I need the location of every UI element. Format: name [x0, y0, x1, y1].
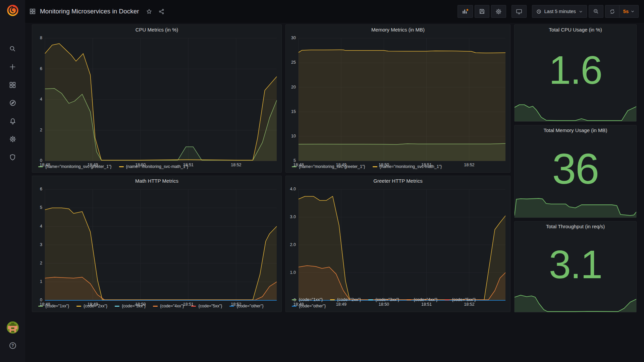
- legend-item[interactable]: {code="2xx"}: [330, 297, 361, 302]
- stat-value: 1.6: [515, 44, 636, 96]
- dashboards-icon[interactable]: [0, 76, 25, 94]
- series-label: {name="monitoring_svc-math_1"}: [380, 164, 442, 169]
- chevron-down-icon: [631, 9, 635, 13]
- series-label: {code="2xx"}: [84, 304, 107, 308]
- sparkline-svg: [515, 95, 636, 121]
- add-panel-button[interactable]: [458, 5, 473, 18]
- star-icon[interactable]: [145, 7, 154, 16]
- svg-text:25: 25: [291, 60, 296, 65]
- user-avatar[interactable]: [0, 318, 25, 337]
- chart-svg: 18:4818:4918:5018:5118:5251015202530: [286, 35, 510, 168]
- sparkline-area: [515, 105, 636, 121]
- series-area: [45, 277, 277, 300]
- sparkline-svg: [515, 192, 636, 218]
- svg-text:4: 4: [40, 224, 42, 229]
- refresh-interval-label: 5s: [623, 9, 629, 14]
- legend-item[interactable]: {code="4xx"}: [407, 297, 437, 302]
- series-area: [299, 266, 505, 300]
- panel-total-throughput: Total Throughput (in req/s) 3.1: [514, 221, 637, 312]
- panel-title[interactable]: Total Throughput (in req/s): [515, 222, 636, 232]
- configuration-gear-icon[interactable]: [0, 130, 25, 148]
- chart-svg: 18:4818:4918:5018:5118:5201.02.03.04.0: [286, 186, 510, 308]
- legend-item[interactable]: {code="1xx"}: [292, 297, 323, 302]
- svg-text:3: 3: [40, 242, 42, 247]
- legend-item[interactable]: {code="5xx"}: [445, 297, 476, 302]
- series-color-mark: [292, 166, 297, 167]
- panel-title[interactable]: Memory Metrics (in MB): [286, 25, 510, 35]
- legend-item[interactable]: {code="3xx"}: [115, 304, 146, 308]
- panel-title[interactable]: CPU Metrics (in %): [32, 25, 281, 35]
- chart-canvas[interactable]: 18:4818:4918:5018:5118:520123456: [32, 186, 281, 303]
- chart-canvas[interactable]: 18:4818:4918:5018:5118:5202468: [32, 35, 281, 164]
- svg-text:6: 6: [40, 66, 42, 71]
- dashboard-header: Monitoring Microservices in Docker Last …: [25, 0, 644, 23]
- series-label: {code="1xx"}: [299, 297, 323, 302]
- refresh-interval-dropdown[interactable]: 5s: [619, 5, 638, 17]
- svg-text:5: 5: [293, 158, 296, 163]
- panel-title[interactable]: Total CPU Usage (in %): [515, 25, 636, 35]
- panel-title[interactable]: Greeter HTTP Metrics: [286, 176, 510, 186]
- series-color-mark: [292, 299, 297, 300]
- svg-text:10: 10: [291, 134, 296, 138]
- series-color-mark: [445, 299, 449, 300]
- legend-item[interactable]: {code="other"}: [292, 304, 326, 308]
- tv-cycle-button[interactable]: [512, 5, 527, 18]
- series-label: {code="5xx"}: [452, 297, 476, 302]
- legend-item[interactable]: {code="4xx"}: [153, 304, 184, 308]
- search-icon[interactable]: [0, 40, 25, 58]
- series-color-mark: [407, 299, 411, 300]
- legend-item[interactable]: {code="3xx"}: [368, 297, 399, 302]
- alerting-bell-icon[interactable]: [0, 112, 25, 130]
- chart-canvas[interactable]: 18:4818:4918:5018:5118:5201.02.03.04.0: [286, 186, 510, 297]
- explore-compass-icon[interactable]: [0, 94, 25, 112]
- zoom-out-button[interactable]: [589, 5, 603, 18]
- series-color-mark: [115, 306, 119, 307]
- series-color-mark: [229, 306, 234, 307]
- panel-math-http-metrics: Math HTTP Metrics 18:4818:4918:5018:5118…: [32, 176, 282, 312]
- series-color-mark: [330, 299, 335, 300]
- refresh-icon[interactable]: [605, 5, 619, 17]
- panel-greeter-http-metrics: Greeter HTTP Metrics 18:4818:4918:5018:5…: [285, 176, 511, 312]
- legend-item[interactable]: {name="monitoring_svc-math_1"}: [119, 164, 189, 169]
- dashboard-settings-button[interactable]: [491, 5, 506, 18]
- series-label: {name="monitoring_svc-math_1"}: [126, 164, 189, 169]
- legend-item[interactable]: {code="2xx"}: [76, 304, 107, 308]
- time-range-picker[interactable]: Last 5 minutes: [532, 5, 587, 18]
- page-title: Monitoring Microservices in Docker: [40, 8, 139, 15]
- save-dashboard-button[interactable]: [475, 5, 489, 18]
- plus-icon[interactable]: [0, 58, 25, 76]
- series-label: {name="monitoring_svc-greeter_1"}: [299, 164, 365, 169]
- legend-item[interactable]: {name="monitoring_svc-math_1"}: [373, 164, 442, 169]
- svg-text:2: 2: [40, 128, 42, 132]
- legend-item[interactable]: {code="5xx"}: [191, 304, 222, 308]
- series-label: {code="4xx"}: [160, 304, 184, 308]
- panel-memory-metrics: Memory Metrics (in MB) 18:4818:4918:5018…: [285, 24, 511, 173]
- svg-text:2.0: 2.0: [290, 242, 296, 247]
- grafana-logo[interactable]: [0, 0, 25, 21]
- series-label: {code="1xx"}: [45, 304, 69, 308]
- svg-text:5: 5: [40, 205, 42, 210]
- legend-item[interactable]: {code="1xx"}: [38, 304, 69, 308]
- sparkline: [515, 95, 636, 121]
- series-label: {name="monitoring_svc-greeter_1"}: [45, 164, 112, 169]
- chart-canvas[interactable]: 18:4818:4918:5018:5118:5251015202530: [286, 35, 510, 164]
- sparkline-svg: [515, 287, 636, 312]
- legend-item[interactable]: {code="other"}: [229, 304, 263, 308]
- side-menu: ?: [0, 0, 25, 362]
- server-admin-shield-icon[interactable]: [0, 148, 25, 166]
- series-color-mark: [373, 166, 377, 167]
- panel-title[interactable]: Math HTTP Metrics: [32, 176, 281, 186]
- svg-text:?: ?: [11, 343, 14, 348]
- chart-svg: 18:4818:4918:5018:5118:5202468: [32, 35, 281, 168]
- chart-svg: 18:4818:4918:5018:5118:520123456: [32, 186, 281, 308]
- panel-title[interactable]: Total Memory Usage (in MB): [515, 125, 636, 135]
- time-range-label: Last 5 minutes: [544, 9, 576, 14]
- series-label: {code="3xx"}: [375, 297, 399, 302]
- help-icon[interactable]: ?: [0, 337, 25, 355]
- stat-value: 3.1: [515, 240, 636, 289]
- legend-item[interactable]: {name="monitoring_svc-greeter_1"}: [292, 164, 365, 169]
- series-label: {code="2xx"}: [337, 297, 361, 302]
- series-color-mark: [191, 306, 196, 307]
- legend-item[interactable]: {name="monitoring_svc-greeter_1"}: [38, 164, 112, 169]
- share-icon[interactable]: [157, 7, 166, 16]
